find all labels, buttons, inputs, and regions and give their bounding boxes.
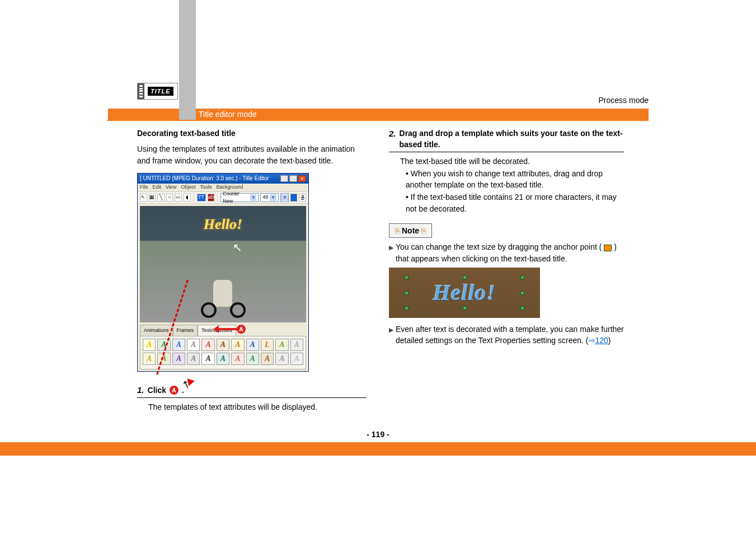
step-2-bullet-1: When you wish to change text attributes,…: [406, 168, 624, 191]
template-thumb[interactable]: A: [275, 339, 288, 351]
left-column: Decorating text-based title Using the te…: [137, 128, 367, 413]
toolbar: ↖ ▦ ╲ ○ ▭ ◖ TT ab Courier New ▾ 48: [138, 191, 308, 204]
template-thumb[interactable]: A: [246, 353, 259, 365]
menu-tools[interactable]: Tools: [200, 184, 212, 191]
resize-handle[interactable]: [405, 291, 408, 295]
divider: [389, 152, 624, 152]
tool-pointer-icon[interactable]: ↖: [140, 194, 147, 202]
step-2-heading: 2. Drag and drop a template which suits …: [389, 128, 624, 151]
step-2-label: Drag and drop a template which suits you…: [400, 128, 624, 151]
chevron-down-icon: ▾: [250, 194, 256, 201]
font-size-dropdown[interactable]: 48 ▾: [260, 193, 279, 202]
hello-decorated-text: Hello!: [433, 277, 496, 309]
page-root: TITLE Process mode Title editor mode Dec…: [0, 0, 756, 534]
step-1-label-prefix: Click: [148, 385, 166, 396]
menu-file[interactable]: File: [140, 184, 148, 191]
triangle-bullet-icon: ▶: [389, 243, 393, 264]
template-thumb[interactable]: A: [187, 339, 200, 351]
note-label: Note: [402, 225, 419, 236]
template-thumb[interactable]: A: [261, 353, 274, 365]
gray-header-overlap: [179, 109, 196, 120]
resize-handle[interactable]: [405, 275, 408, 279]
chevron-down-icon: ▾: [270, 194, 276, 201]
step-2-bullets: When you wish to change text attributes,…: [400, 168, 624, 214]
window-titlebar: [ UNTITLED (MPEG Duration: 3.0 sec.) - T…: [138, 174, 308, 184]
template-thumb[interactable]: A: [275, 353, 288, 365]
window-buttons: _ □ ×: [280, 175, 306, 182]
marker-a-badge: A: [170, 386, 179, 395]
template-thumb[interactable]: A: [290, 353, 303, 365]
dropdown-generic[interactable]: ▾: [280, 193, 288, 202]
resize-handle[interactable]: [520, 275, 524, 279]
link-arrow-icon: ⇨: [589, 336, 595, 345]
template-thumb[interactable]: A: [217, 353, 229, 365]
footer-orange-band: [0, 442, 756, 456]
title-badge-text: TITLE: [148, 87, 173, 96]
resize-handle[interactable]: [520, 291, 524, 295]
orange-underline: [107, 120, 649, 121]
preview-subject: [201, 273, 246, 318]
note-item-2-text: Even after text is decorated with a temp…: [396, 324, 624, 346]
title-logo: TITLE: [137, 83, 178, 100]
tab-frames[interactable]: Frames: [173, 325, 198, 336]
step-1-desc: The templates of text attributes will be…: [137, 401, 367, 413]
menu-object[interactable]: Object: [181, 184, 195, 191]
template-thumb[interactable]: A: [290, 339, 303, 351]
section-intro: Using the templates of text attributes a…: [137, 143, 367, 166]
template-thumb[interactable]: A: [172, 353, 185, 365]
tool-image-icon[interactable]: ▦: [149, 194, 156, 202]
right-column: 2. Drag and drop a template which suits …: [389, 128, 624, 413]
template-thumb[interactable]: A: [231, 353, 244, 365]
color-swatch[interactable]: [290, 194, 298, 202]
hello-decorated-preview: Hello!: [389, 268, 540, 318]
font-size-value: 48: [262, 194, 268, 201]
template-thumb[interactable]: A: [143, 353, 156, 365]
resize-handle[interactable]: [405, 306, 408, 310]
tool-text-a-icon[interactable]: A̲: [299, 194, 306, 202]
note-item-1-text: You can change the text size by dragging…: [396, 241, 624, 264]
tool-line-icon[interactable]: ╲: [157, 194, 165, 202]
preview-title-text[interactable]: Hello!: [204, 214, 242, 235]
chevron-down-icon: ▾: [281, 194, 288, 201]
template-thumb[interactable]: A: [201, 353, 214, 365]
template-thumb[interactable]: A: [231, 339, 244, 351]
resize-handle[interactable]: [463, 275, 467, 279]
font-name-dropdown[interactable]: Courier New ▾: [220, 193, 259, 202]
menu-edit[interactable]: Edit: [153, 184, 162, 191]
template-thumb[interactable]: A: [172, 339, 185, 351]
tool-rect-icon[interactable]: ▭: [175, 194, 182, 202]
step-1-number: 1.: [137, 384, 144, 396]
template-thumb[interactable]: A: [143, 339, 156, 351]
preview-area: Hello! ↖: [140, 206, 306, 322]
menu-view[interactable]: View: [166, 184, 176, 191]
tool-roundrect-icon[interactable]: ◖: [184, 194, 191, 202]
font-name-value: Courier New: [223, 190, 248, 205]
cursor-icon: ↖: [233, 240, 242, 256]
tool-circle-icon[interactable]: ○: [166, 194, 173, 202]
marker-a-badge: A: [237, 325, 246, 334]
film-strip-icon: [138, 83, 144, 99]
step-1-heading: 1. Click A .: [137, 384, 367, 396]
tool-text-color-icon[interactable]: ab: [208, 194, 215, 202]
resize-handle[interactable]: [463, 306, 467, 310]
template-thumb[interactable]: A: [246, 339, 259, 351]
note-item-1: ▶ You can change the text size by draggi…: [389, 241, 624, 264]
tool-text-box-icon[interactable]: TT: [197, 194, 206, 202]
template-thumb[interactable]: A: [217, 339, 229, 351]
page-number: - 119 -: [0, 430, 756, 439]
tab-animations[interactable]: Animations: [140, 325, 173, 336]
template-thumb[interactable]: A: [187, 353, 200, 365]
resize-handle[interactable]: [520, 306, 524, 310]
close-button[interactable]: ×: [298, 175, 306, 182]
window-title-text: [ UNTITLED (MPEG Duration: 3.0 sec.) - T…: [140, 175, 269, 183]
template-thumb[interactable]: A: [201, 339, 214, 351]
minimize-button[interactable]: _: [280, 175, 288, 182]
section-heading: Decorating text-based title: [137, 128, 367, 139]
maximize-button[interactable]: □: [289, 175, 297, 182]
page-link-120[interactable]: 120: [595, 336, 608, 345]
step-2-number: 2.: [389, 128, 396, 140]
template-thumb[interactable]: L: [261, 339, 274, 351]
callout-pointer: A: [218, 328, 240, 330]
step-2-body: The text-based title will be decorated. …: [389, 156, 624, 214]
clamp-icon: ⎘: [395, 225, 400, 236]
